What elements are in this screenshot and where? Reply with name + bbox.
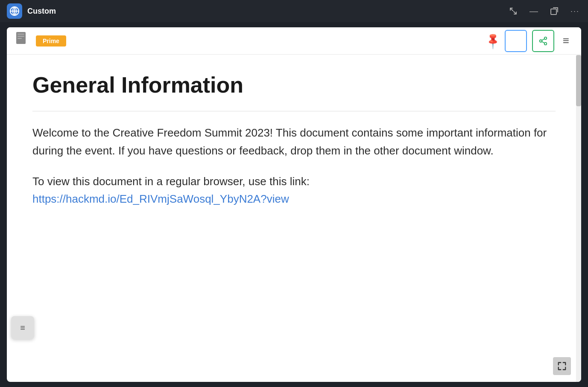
- menu-button[interactable]: ≡: [559, 32, 573, 49]
- expand-button[interactable]: [507, 5, 519, 17]
- svg-point-10: [540, 40, 542, 42]
- doc-divider: [32, 111, 556, 111]
- scrollbar-indicator[interactable]: [576, 55, 581, 382]
- floating-menu-button[interactable]: ≡: [11, 316, 34, 339]
- svg-point-9: [544, 37, 547, 39]
- svg-rect-8: [18, 38, 22, 39]
- expand-content-icon: [557, 361, 567, 371]
- doc-link-prefix: To vi: [32, 175, 55, 188]
- expand-content-button[interactable]: [553, 357, 571, 375]
- document-icon: [15, 32, 29, 50]
- scrollbar-thumb: [576, 55, 581, 106]
- svg-point-11: [544, 42, 547, 45]
- svg-rect-6: [18, 34, 24, 35]
- titlebar: Custom — ···: [0, 0, 588, 22]
- titlebar-controls: — ···: [507, 5, 581, 18]
- toolbar-right: 📌 ≡: [486, 30, 573, 52]
- app-title: Custom: [27, 7, 56, 16]
- svg-line-12: [542, 41, 544, 43]
- svg-rect-7: [18, 36, 24, 37]
- minimize-button[interactable]: —: [528, 5, 540, 18]
- more-button[interactable]: ···: [569, 5, 581, 17]
- doc-body-partial: To view this document in a regular brows…: [32, 173, 556, 208]
- pin-button[interactable]: 📌: [483, 31, 503, 50]
- more-icon: ···: [570, 7, 579, 16]
- doc-body-paragraph: Welcome to the Creative Freedom Summit 2…: [32, 124, 556, 160]
- blank-button[interactable]: [505, 30, 527, 52]
- doc-link[interactable]: https://hackmd.io/Ed_RIVmjSaWosql_YbyN2A…: [32, 192, 289, 205]
- floating-menu-icon: ≡: [20, 323, 25, 333]
- popout-button[interactable]: [548, 5, 560, 17]
- doc-content[interactable]: General Information Welcome to the Creat…: [7, 55, 581, 382]
- share-button[interactable]: [532, 30, 554, 52]
- titlebar-left: Custom: [7, 3, 56, 19]
- app-icon: [7, 3, 22, 19]
- document-window: Prime 📌 ≡ General In: [7, 27, 581, 382]
- doc-link-prefix2: ew this document in a regular browser, u…: [55, 175, 309, 188]
- svg-line-13: [542, 38, 544, 40]
- main-area: Prime 📌 ≡ General In: [0, 22, 588, 387]
- minimize-icon: —: [529, 6, 538, 16]
- prime-badge: Prime: [36, 35, 66, 47]
- svg-rect-4: [551, 9, 556, 15]
- doc-title: General Information: [32, 72, 556, 98]
- doc-toolbar: Prime 📌 ≡: [7, 27, 581, 55]
